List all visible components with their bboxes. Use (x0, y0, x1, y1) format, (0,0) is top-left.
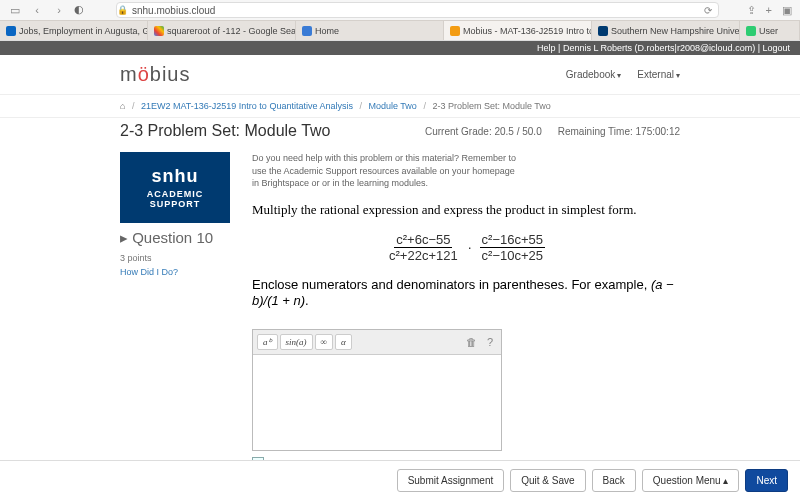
reader-icon[interactable]: ⟳ (704, 5, 712, 16)
tool-alpha[interactable]: α (335, 334, 352, 350)
breadcrumb-module[interactable]: Module Two (368, 101, 416, 111)
help-text: Do you need help with this problem or th… (252, 152, 522, 190)
chevron-down-icon: ▾ (676, 71, 680, 80)
breadcrumb: ⌂ / 21EW2 MAT-136-J2519 Intro to Quantit… (0, 95, 800, 118)
trash-icon[interactable]: 🗑 (462, 336, 481, 348)
tool-infinity[interactable]: ∞ (315, 334, 333, 350)
remaining-time: Remaining Time: 175:00:12 (558, 126, 680, 137)
user-icon (746, 26, 756, 36)
home-icon (302, 26, 312, 36)
chevron-up-icon: ▴ (723, 475, 728, 486)
tabs-icon[interactable]: ▣ (782, 4, 792, 17)
page-title: 2-3 Problem Set: Module Two (120, 122, 330, 140)
url-bar[interactable]: 🔒 snhu.mobius.cloud ⟳ (116, 2, 719, 18)
tool-exponent[interactable]: aᵇ (257, 334, 278, 350)
help-bar: Help | Dennis L Roberts (D.roberts|r2008… (0, 41, 800, 55)
submit-button[interactable]: Submit Assignment (397, 469, 505, 492)
tab-snhu[interactable]: Southern New Hampshire University -... (592, 21, 740, 40)
tool-sin[interactable]: sin(a) (280, 334, 313, 350)
back-button[interactable]: Back (592, 469, 636, 492)
quit-save-button[interactable]: Quit & Save (510, 469, 585, 492)
footer-bar: Submit Assignment Quit & Save Back Quest… (0, 460, 800, 497)
hint-text: Enclose numerators and denominators in p… (252, 277, 680, 309)
help-bar-text[interactable]: Help | Dennis L Roberts (D.roberts|r2008… (537, 43, 790, 53)
tab-google[interactable]: squareroot of -112 - Google Search (148, 21, 296, 40)
breadcrumb-home-icon[interactable]: ⌂ (120, 101, 125, 111)
shield-icon[interactable]: ◐ (74, 3, 88, 17)
question-label: ▸ Question 10 (120, 229, 230, 247)
academic-support-banner[interactable]: snhu ACADEMIC SUPPORT (120, 152, 230, 223)
tab-jobs[interactable]: Jobs, Employment in Augusta, GA | In... (0, 21, 148, 40)
share-icon[interactable]: ⇪ (747, 4, 756, 17)
answer-box: aᵇ sin(a) ∞ α 🗑 ? (252, 329, 502, 451)
lock-icon: 🔒 (117, 5, 128, 15)
new-tab-icon[interactable]: + (766, 4, 772, 17)
answer-input[interactable] (253, 355, 501, 450)
linkedin-icon (6, 26, 16, 36)
help-icon[interactable]: ? (483, 336, 497, 348)
mobius-icon (450, 26, 460, 36)
menu-gradebook[interactable]: Gradebook▾ (566, 69, 621, 80)
url-text: snhu.mobius.cloud (132, 5, 215, 16)
question-menu-button[interactable]: Question Menu ▴ (642, 469, 740, 492)
back-icon[interactable]: ‹ (30, 3, 44, 17)
breadcrumb-current: 2-3 Problem Set: Module Two (432, 101, 550, 111)
sidebar-toggle-icon[interactable]: ▭ (8, 3, 22, 17)
tab-mobius[interactable]: Mobius - MAT-136-J2519 Intro to Qua... (444, 21, 592, 40)
breadcrumb-course[interactable]: 21EW2 MAT-136-J2519 Intro to Quantitativ… (141, 101, 353, 111)
next-button[interactable]: Next (745, 469, 788, 492)
forward-icon[interactable]: › (52, 3, 66, 17)
problem-instruction: Multiply the rational expression and exp… (252, 202, 680, 218)
tab-strip: Jobs, Employment in Augusta, GA | In... … (0, 20, 800, 40)
menu-external[interactable]: External▾ (637, 69, 680, 80)
snhu-icon (598, 26, 608, 36)
current-grade: Current Grade: 20.5 / 50.0 (425, 126, 542, 137)
tab-home[interactable]: Home (296, 21, 444, 40)
chevron-down-icon: ▾ (617, 71, 621, 80)
tab-user[interactable]: User (740, 21, 800, 40)
math-expression: c²+6c−55c²+22c+121 · c²−16c+55c²−10c+25 (252, 232, 680, 263)
how-did-i-do-link[interactable]: How Did I Do? (120, 267, 230, 277)
points-label: 3 points (120, 253, 230, 263)
google-icon (154, 26, 164, 36)
mobius-logo[interactable]: möbius (120, 63, 191, 86)
